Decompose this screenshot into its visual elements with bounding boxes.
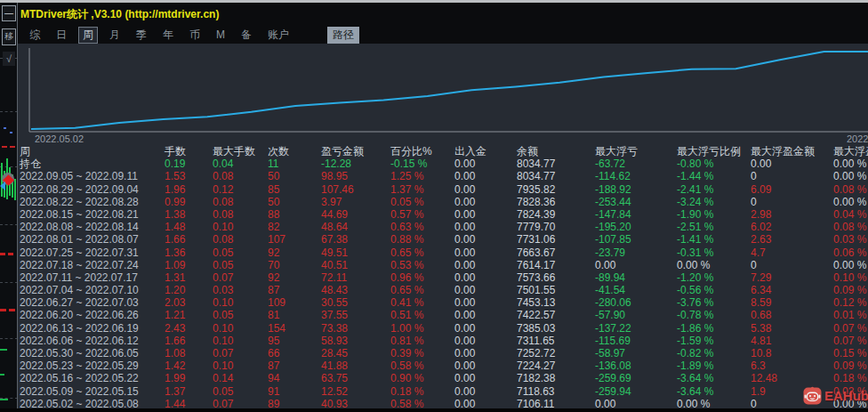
menu-tab[interactable]: 季 xyxy=(132,27,151,44)
menu-tab[interactable]: 月 xyxy=(105,27,125,44)
path-button[interactable]: 路径 xyxy=(327,27,359,44)
menu-tab[interactable]: 账户 xyxy=(263,27,293,44)
table-cell: -195.20 xyxy=(595,221,631,233)
table-cell: 0.12 xyxy=(213,183,233,196)
table-cell: 0 xyxy=(751,398,757,408)
menu-tab[interactable]: 日 xyxy=(52,27,71,44)
indicator-fragment xyxy=(0,374,4,376)
table-row: 2022.05.30 ~ 2022.06.051.080.076628.450.… xyxy=(18,347,868,359)
table-cell: 7422.57 xyxy=(517,309,555,321)
table-cell: 7311.65 xyxy=(517,335,555,347)
grid-line xyxy=(0,111,18,112)
move-button[interactable]: 移 xyxy=(2,28,16,45)
table-cell: 0.08 % xyxy=(833,183,866,196)
table-cell: 107 xyxy=(268,233,285,246)
table-cell: 0.00 % xyxy=(833,259,866,271)
table-header-cell: 最大手数 xyxy=(213,145,255,158)
minimize-button[interactable]: — xyxy=(2,5,16,21)
table-cell: 0.58 % xyxy=(390,398,423,408)
table-row: 2022.05.02 ~ 2022.05.081.440.078940.930.… xyxy=(18,398,868,408)
table-cell: 0.07 xyxy=(213,271,233,284)
indicator-fragment xyxy=(10,146,15,148)
table-cell: 0.57 % xyxy=(390,208,423,221)
menu-tab[interactable]: 周 xyxy=(78,27,98,44)
statistics-panel: MTDriver统计 ,V3.10 (http://mtdriver.cn) 综… xyxy=(18,3,868,408)
table-cell: -0.56 % xyxy=(677,284,713,296)
price-arrow-icon xyxy=(0,182,5,190)
table-cell: 2022.05.30 ~ 2022.06.05 xyxy=(20,347,139,359)
x-axis-end-label: 2022 xyxy=(847,133,868,144)
table-cell: 0.88 % xyxy=(390,233,423,246)
table-cell: -114.62 xyxy=(595,170,631,182)
table-row: 2022.05.09 ~ 2022.05.151.370.059112.520.… xyxy=(18,385,868,398)
indicator-fragment xyxy=(0,253,5,255)
table-cell: -1.20 % xyxy=(677,271,713,284)
table-cell: -1.90 % xyxy=(677,208,713,221)
table-cell: 3.97 xyxy=(321,196,342,208)
table-cell: 0.58 % xyxy=(390,359,423,372)
table-cell: 7106.11 xyxy=(517,398,555,408)
table-row: 2022.07.25 ~ 2022.07.311.360.059249.510.… xyxy=(18,246,868,259)
table-cell: 82 xyxy=(268,221,279,233)
table-cell: 44.69 xyxy=(321,208,348,221)
table-cell: 0.04 % xyxy=(833,208,866,221)
table-row: 2022.08.22 ~ 2022.08.280.990.08503.970.0… xyxy=(18,196,868,208)
table-cell: 0.10 % xyxy=(833,271,866,284)
table-cell: 87 xyxy=(268,359,279,372)
table-cell: 0.00 xyxy=(454,221,475,233)
table-cell: 7828.36 xyxy=(517,196,555,208)
table-cell: 7731.06 xyxy=(517,233,555,246)
table-cell: 66 xyxy=(268,347,279,359)
table-cell: 109 xyxy=(268,296,285,309)
watermark: EAHub xyxy=(803,386,868,405)
table-cell: 0.04 xyxy=(213,158,233,170)
table-cell: -188.92 xyxy=(595,183,631,196)
table-cell: 8034.77 xyxy=(517,170,555,182)
table-cell: 0.18 % xyxy=(390,385,423,398)
table-cell: 0.00 % xyxy=(833,158,866,170)
table-cell: -12.28 xyxy=(321,158,351,170)
table-header-cell: 最大浮盈金额 xyxy=(751,145,815,158)
table-cell: -0.15 % xyxy=(390,158,427,170)
table-cell: 48.64 xyxy=(321,221,348,233)
table-cell: 0.00 xyxy=(454,296,475,309)
table-cell: 0.05 xyxy=(213,246,233,259)
table-cell: -3.64 % xyxy=(677,385,713,398)
table-cell: 7935.82 xyxy=(517,183,555,196)
table-cell: 7385.03 xyxy=(517,322,555,335)
table-cell: 1.96 xyxy=(165,183,185,196)
table-cell: 89 xyxy=(268,398,279,408)
table-cell: -3.76 % xyxy=(677,296,713,309)
table-cell: 0.15 % xyxy=(833,347,866,359)
menu-tab[interactable]: 综 xyxy=(25,27,44,44)
table-cell: -1.44 % xyxy=(677,170,713,182)
table-cell: 0.96 % xyxy=(390,271,423,284)
table-cell: 0.08 xyxy=(213,170,233,182)
menu-tab[interactable]: M xyxy=(212,28,229,42)
table-cell: -136.08 xyxy=(595,359,631,372)
table-header-cell: 次数 xyxy=(268,145,289,158)
table-cell: 1.66 xyxy=(165,335,185,347)
menu-tab[interactable]: 年 xyxy=(158,27,178,44)
table-cell: 0.08 xyxy=(213,233,233,246)
table-cell: 7501.55 xyxy=(517,284,555,296)
table-cell: 0.65 % xyxy=(390,246,423,259)
table-row: 2022.08.15 ~ 2022.08.211.380.088844.690.… xyxy=(18,208,868,221)
menu-tab[interactable]: 备 xyxy=(237,27,256,44)
table-cell: 1.36 xyxy=(165,246,185,259)
table-cell: 0.81 % xyxy=(390,335,423,347)
table-cell: 0.53 % xyxy=(390,259,423,271)
menu-tab[interactable]: 币 xyxy=(185,27,205,44)
watermark-text: EAHub xyxy=(824,388,868,403)
table-cell: 0.10 xyxy=(213,221,233,233)
check-icon[interactable]: √ xyxy=(3,52,15,66)
table-cell: -23.79 xyxy=(595,246,625,259)
table-cell: 12.52 xyxy=(321,385,348,398)
table-cell: 1.20 xyxy=(165,284,185,296)
table-row: 2022.08.01 ~ 2022.08.071.660.0810767.380… xyxy=(18,233,868,246)
grid-line xyxy=(0,224,18,225)
table-cell: 0.00 xyxy=(454,322,475,335)
table-cell: 2022.08.29 ~ 2022.09.04 xyxy=(20,183,139,196)
equity-chart: 2022.05.02 2022 xyxy=(18,44,868,145)
table-cell: -107.85 xyxy=(595,233,631,246)
